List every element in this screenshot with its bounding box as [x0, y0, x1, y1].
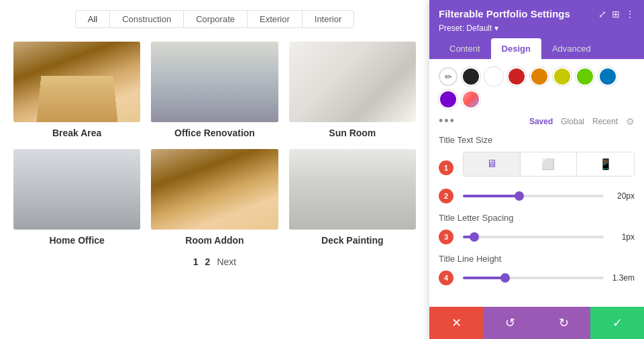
more-swatches[interactable]: •••	[439, 114, 455, 128]
slider-thumb-letter-spacing[interactable]	[470, 232, 479, 242]
portfolio-thumb-deck-painting	[289, 149, 416, 230]
slider-track-text-size	[463, 195, 519, 197]
step-badge-3: 3	[439, 230, 453, 244]
expand-icon[interactable]: ⤢	[598, 9, 606, 19]
filter-tab-interior[interactable]: Interior	[303, 10, 354, 28]
device-mobile[interactable]: 📱	[577, 152, 634, 176]
title-letter-spacing-value: 1px	[609, 232, 635, 242]
slider-thumb-line-height[interactable]	[500, 273, 510, 283]
swatch-orange[interactable]	[530, 67, 549, 86]
portfolio-title-sun-room: Sun Room	[289, 128, 416, 138]
step-badge-2: 2	[439, 189, 453, 203]
tab-design[interactable]: Design	[491, 38, 541, 59]
filter-tab-all[interactable]: All	[75, 10, 110, 28]
page-next[interactable]: Next	[217, 256, 236, 267]
swatch-yellow[interactable]	[553, 67, 572, 86]
portfolio-area: All Construction Corporate Exterior Inte…	[0, 0, 429, 339]
title-line-height-row: 4 1.3em	[439, 271, 635, 285]
title-letter-spacing-label: Title Letter Spacing	[439, 213, 635, 223]
swatch-black[interactable]	[462, 67, 480, 86]
pagination: 1 2 Next	[13, 256, 416, 267]
app-wrapper: All Construction Corporate Exterior Inte…	[0, 0, 644, 339]
style-saved[interactable]: Saved	[529, 117, 553, 126]
panel-header: Filterable Portfolio Settings ⤢ ⊞ ⋮ Pres…	[429, 0, 644, 59]
portfolio-grid: Break Area Office Renovation Sun Room Ho…	[13, 42, 416, 246]
portfolio-thumb-home-office	[13, 149, 140, 230]
style-gear-icon[interactable]: ⚙	[626, 116, 635, 127]
undo-button[interactable]: ↺	[483, 307, 537, 339]
grid-icon[interactable]: ⊞	[612, 9, 620, 19]
title-line-height-value: 1.3em	[609, 273, 635, 283]
slider-thumb-text-size[interactable]	[515, 191, 524, 201]
step-badge-1: 1	[439, 160, 453, 175]
step-badge-4: 4	[439, 271, 453, 285]
portfolio-title-home-office: Home Office	[13, 235, 140, 246]
tab-advanced[interactable]: Advanced	[541, 38, 602, 59]
swatch-red[interactable]	[507, 67, 526, 86]
save-button[interactable]: ✓	[590, 307, 644, 339]
portfolio-thumb-sun-room	[289, 42, 416, 122]
portfolio-item-office-renovation[interactable]: Office Renovation	[151, 42, 278, 138]
panel-header-icons: ⤢ ⊞ ⋮	[598, 9, 635, 19]
cancel-button[interactable]: ✕	[429, 307, 483, 339]
title-text-size-slider[interactable]	[463, 195, 604, 197]
filter-tabs: All Construction Corporate Exterior Inte…	[13, 7, 416, 28]
tab-content[interactable]: Content	[439, 38, 491, 59]
title-text-size-label: Title Text Size	[439, 135, 635, 145]
device-tablet[interactable]: ⬜	[521, 152, 578, 176]
style-row: Saved Global Recent ⚙	[461, 116, 635, 127]
style-recent[interactable]: Recent	[592, 117, 618, 126]
portfolio-item-break-area[interactable]: Break Area	[13, 42, 140, 138]
portfolio-item-deck-painting[interactable]: Deck Painting	[289, 149, 416, 246]
portfolio-title-room-addon: Room Addon	[151, 235, 278, 246]
device-toggles: 🖥 ⬜ 📱	[463, 152, 635, 177]
portfolio-title-office-renovation: Office Renovation	[151, 128, 278, 138]
panel-header-top: Filterable Portfolio Settings ⤢ ⊞ ⋮	[439, 8, 635, 19]
portfolio-thumb-office-renovation	[151, 42, 278, 122]
panel-preset[interactable]: Preset: Default ▾	[439, 23, 635, 33]
portfolio-thumb-break-area	[13, 42, 140, 122]
panel-preset-caret: ▾	[494, 23, 498, 33]
more-icon[interactable]: ⋮	[625, 9, 635, 19]
redo-button[interactable]: ↻	[537, 307, 590, 339]
swatch-purple[interactable]	[439, 90, 458, 109]
settings-panel: Filterable Portfolio Settings ⤢ ⊞ ⋮ Pres…	[429, 0, 644, 339]
slider-track-line-height	[463, 277, 505, 279]
portfolio-title-deck-painting: Deck Painting	[289, 235, 416, 246]
panel-tabs: Content Design Advanced	[439, 38, 635, 59]
style-global[interactable]: Global	[561, 117, 584, 126]
device-desktop[interactable]: 🖥	[464, 152, 521, 176]
portfolio-item-sun-room[interactable]: Sun Room	[289, 42, 416, 138]
page-2[interactable]: 2	[205, 256, 211, 267]
portfolio-thumb-room-addon	[151, 149, 278, 230]
title-letter-spacing-row: 3 1px	[439, 230, 635, 244]
portfolio-title-break-area: Break Area	[13, 128, 140, 138]
portfolio-item-home-office[interactable]: Home Office	[13, 149, 140, 246]
title-letter-spacing-slider[interactable]	[463, 236, 604, 238]
title-line-height-slider[interactable]	[463, 277, 604, 279]
filter-tab-exterior[interactable]: Exterior	[248, 10, 303, 28]
swatch-white[interactable]	[484, 67, 503, 86]
pencil-color-picker[interactable]: ✏	[439, 67, 458, 86]
color-swatches: ✏	[439, 67, 635, 109]
title-text-size-value: 20px	[609, 191, 635, 201]
filter-tab-construction[interactable]: Construction	[110, 10, 184, 28]
page-1[interactable]: 1	[193, 256, 199, 267]
title-line-height-label: Title Line Height	[439, 254, 635, 264]
panel-preset-label: Preset: Default	[439, 23, 492, 33]
swatch-green[interactable]	[576, 67, 594, 86]
swatch-gradient[interactable]	[462, 90, 480, 109]
portfolio-item-room-addon[interactable]: Room Addon	[151, 149, 278, 246]
filter-tab-corporate[interactable]: Corporate	[184, 10, 248, 28]
panel-footer: ✕ ↺ ↻ ✓	[429, 307, 644, 339]
swatch-blue[interactable]	[598, 67, 617, 86]
panel-body: ✏ ••• Saved Global Recent ⚙	[429, 59, 644, 307]
panel-title: Filterable Portfolio Settings	[439, 8, 570, 19]
